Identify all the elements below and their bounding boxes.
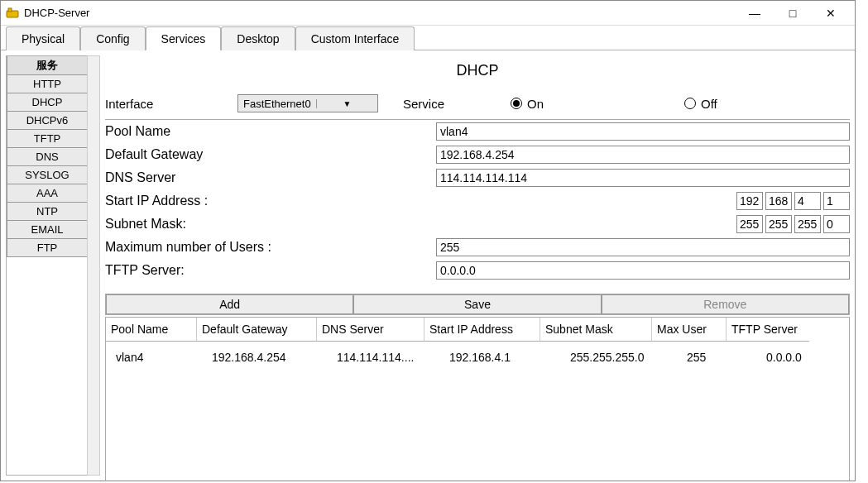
service-on-radio[interactable] xyxy=(511,98,522,109)
tab-services[interactable]: Services xyxy=(146,26,222,50)
table-header[interactable]: Subnet Mask xyxy=(540,318,652,342)
main-panel: DHCP Interface FastEthernet0 ▼ Service O… xyxy=(105,55,850,476)
table-row[interactable]: vlan4192.168.4.254114.114.114....192.168… xyxy=(106,342,849,481)
add-button[interactable]: Add xyxy=(106,294,353,314)
max-users-input[interactable] xyxy=(436,238,850,256)
window-title: DHCP-Server xyxy=(24,7,736,19)
chevron-down-icon: ▼ xyxy=(316,99,377,108)
services-sidebar: 服务HTTPDHCPDHCPv6TFTPDNSSYSLOGAAANTPEMAIL… xyxy=(6,55,100,476)
pool-table: Pool NameDefault GatewayDNS ServerStart … xyxy=(105,317,850,481)
gateway-input[interactable] xyxy=(436,146,850,164)
tab-config[interactable]: Config xyxy=(80,26,145,50)
interface-select[interactable]: FastEthernet0 ▼ xyxy=(237,94,378,112)
sidebar-item-aaa[interactable]: AAA xyxy=(7,184,88,203)
service-label: Service xyxy=(403,97,502,111)
sidebar-item-email[interactable]: EMAIL xyxy=(7,221,88,239)
dns-label: DNS Server xyxy=(105,170,436,185)
subnet-oct1[interactable] xyxy=(736,215,763,233)
table-header[interactable]: TFTP Server xyxy=(727,318,809,342)
table-header[interactable]: Max User xyxy=(652,318,727,342)
start-ip-oct4[interactable] xyxy=(823,192,850,210)
table-header[interactable]: Pool Name xyxy=(106,318,197,342)
service-off-radio[interactable] xyxy=(684,98,696,109)
interface-value: FastEthernet0 xyxy=(238,98,316,110)
subnet-oct4[interactable] xyxy=(823,215,850,233)
main-tabs: PhysicalConfigServicesDesktopCustom Inte… xyxy=(1,26,855,50)
start-ip-label: Start IP Address : xyxy=(105,194,436,208)
table-header[interactable]: Start IP Address xyxy=(424,318,540,342)
gateway-label: Default Gateway xyxy=(105,147,436,162)
subnet-oct2[interactable] xyxy=(765,215,792,233)
svg-rect-1 xyxy=(8,8,12,12)
minimize-button[interactable]: — xyxy=(736,1,774,26)
maximize-button[interactable]: □ xyxy=(774,1,812,26)
interface-label: Interface xyxy=(105,97,229,111)
table-header[interactable]: DNS Server xyxy=(317,318,424,342)
save-button[interactable]: Save xyxy=(353,294,601,314)
pool-name-input[interactable] xyxy=(436,122,850,141)
app-icon xyxy=(6,7,19,20)
sidebar-header: 服务 xyxy=(7,56,88,75)
titlebar: DHCP-Server — □ ✕ xyxy=(1,1,855,26)
sidebar-item-ntp[interactable]: NTP xyxy=(7,203,88,221)
sidebar-item-http[interactable]: HTTP xyxy=(7,75,88,93)
tftp-label: TFTP Server: xyxy=(105,263,436,278)
app-window: DHCP-Server — □ ✕ PhysicalConfigServices… xyxy=(0,0,856,481)
tab-desktop[interactable]: Desktop xyxy=(221,26,295,50)
start-ip-oct2[interactable] xyxy=(765,192,792,210)
pool-name-label: Pool Name xyxy=(105,124,436,139)
sidebar-item-ftp[interactable]: FTP xyxy=(7,239,88,257)
sidebar-item-dns[interactable]: DNS xyxy=(7,148,88,166)
subnet-label: Subnet Mask: xyxy=(105,217,436,232)
dns-input[interactable] xyxy=(436,169,850,187)
table-header[interactable]: Default Gateway xyxy=(197,318,317,342)
off-label: Off xyxy=(701,97,717,111)
remove-button[interactable]: Remove xyxy=(602,294,849,314)
sidebar-scrollbar[interactable] xyxy=(87,55,100,476)
max-users-label: Maximum number of Users : xyxy=(105,240,436,255)
tab-custom-interface[interactable]: Custom Interface xyxy=(295,26,415,50)
sidebar-item-dhcp[interactable]: DHCP xyxy=(7,93,88,112)
sidebar-item-syslog[interactable]: SYSLOG xyxy=(7,166,88,184)
close-button[interactable]: ✕ xyxy=(812,1,850,26)
page-title: DHCP xyxy=(105,62,850,79)
sidebar-item-tftp[interactable]: TFTP xyxy=(7,130,88,148)
start-ip-oct3[interactable] xyxy=(794,192,821,210)
start-ip-oct1[interactable] xyxy=(736,192,763,210)
on-label: On xyxy=(527,97,544,111)
tftp-input[interactable] xyxy=(436,261,850,280)
subnet-oct3[interactable] xyxy=(794,215,821,233)
tab-physical[interactable]: Physical xyxy=(6,26,80,50)
sidebar-item-dhcpv6[interactable]: DHCPv6 xyxy=(7,112,88,130)
